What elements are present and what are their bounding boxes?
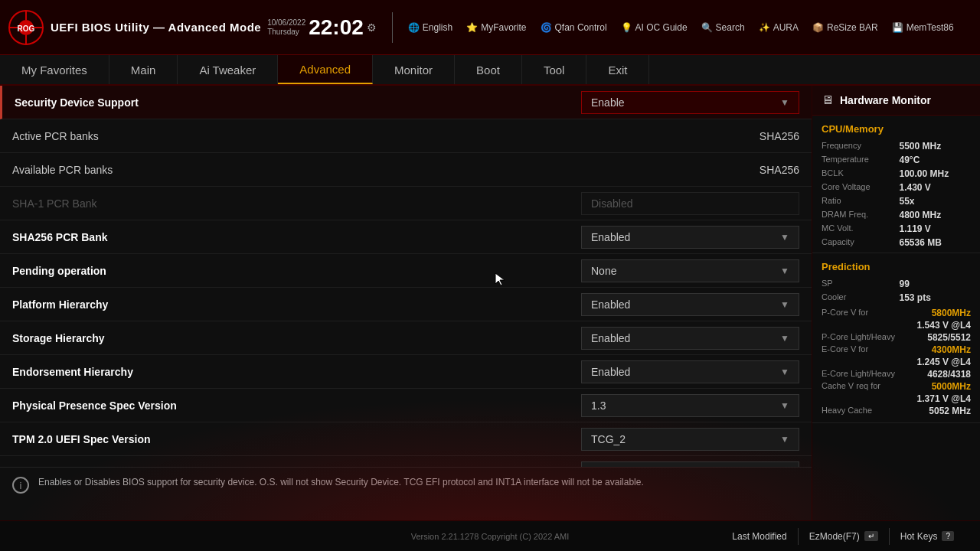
setting-dropdown-pending-operation[interactable]: None▼ [581, 259, 799, 282]
nav-aura[interactable]: ✨ AURA [753, 19, 805, 36]
setting-dropdown-security-device-support[interactable]: Enable▼ [581, 91, 799, 114]
hw-pred-row: 1.371 V @L4 [822, 393, 971, 404]
fan-icon: 🌀 [541, 22, 552, 33]
memtest-icon: 💾 [892, 22, 903, 33]
logo-area: ROG UEFI BIOS Utility — Advanced Mode [8, 9, 261, 46]
setting-dropdown-disable-block-sid[interactable]: Disabled▼ [581, 461, 799, 468]
dropdown-arrow: ▼ [780, 367, 789, 377]
last-modified-button[interactable]: Last Modified [721, 528, 798, 545]
nav-language[interactable]: 🌐 English [402, 19, 459, 36]
tab-monitor[interactable]: Monitor [373, 55, 455, 84]
hw-label: Cooler [822, 292, 893, 303]
hot-keys-key: ? [942, 531, 954, 541]
time-display: 22:02 [309, 17, 364, 38]
dropdown-arrow: ▼ [780, 232, 789, 243]
tab-advanced[interactable]: Advanced [278, 55, 373, 84]
hw-pred-row: P-Core Light/Heavy5825/5512 [822, 332, 971, 343]
hw-label: DRAM Freq. [822, 210, 893, 220]
dropdown-arrow: ▼ [780, 299, 789, 310]
setting-label-pending-operation: Pending operation [12, 265, 581, 277]
settings-row-endorsement-hierarchy[interactable]: Endorsement HierarchyEnabled▼ [0, 355, 812, 389]
datetime-area: 10/06/2022Thursday 22:02 ⚙ [267, 17, 377, 38]
hw-pred-row: Cache V req for5000MHz [822, 381, 971, 392]
tab-tool[interactable]: Tool [522, 55, 587, 84]
hw-value: 65536 MB [900, 237, 972, 248]
dropdown-arrow: ▼ [780, 97, 789, 108]
tab-boot[interactable]: Boot [455, 55, 522, 84]
nav-qfan[interactable]: 🌀 Qfan Control [534, 19, 613, 36]
hot-keys-button[interactable]: Hot Keys ? [890, 528, 965, 545]
info-text: Enables or Disables BIOS support for sec… [38, 475, 644, 489]
settings-row-disable-block-sid[interactable]: Disable Block SidDisabled▼ [0, 456, 812, 467]
header: ROG UEFI BIOS Utility — Advanced Mode 10… [0, 0, 980, 55]
nav-search[interactable]: 🔍 Search [695, 19, 751, 36]
settings-row-sha1-pcr-bank[interactable]: SHA-1 PCR BankDisabled [0, 187, 812, 220]
info-bar: i Enables or Disables BIOS support for s… [0, 467, 812, 520]
settings-row-pending-operation[interactable]: Pending operationNone▼ [0, 254, 812, 288]
tab-my-favorites[interactable]: My Favorites [0, 55, 109, 84]
settings-row-tpm-uefi-spec[interactable]: TPM 2.0 UEFI Spec VersionTCG_2▼ [0, 422, 812, 456]
hw-value: 49°C [900, 155, 972, 165]
nav-myfavorite[interactable]: ⭐ MyFavorite [460, 19, 532, 36]
star-icon: ⭐ [466, 22, 478, 33]
hw-prediction-title: Prediction [822, 261, 971, 272]
settings-row-platform-hierarchy[interactable]: Platform HierarchyEnabled▼ [0, 288, 812, 321]
setting-label-sha1-pcr-bank: SHA-1 PCR Bank [12, 197, 581, 210]
settings-row-available-pcr-banks[interactable]: Available PCR banksSHA256 [0, 153, 812, 187]
setting-dropdown-physical-presence-spec[interactable]: 1.3▼ [581, 394, 799, 417]
hw-section-prediction: PredictionSP99Cooler153 ptsP-Core V for5… [812, 253, 980, 423]
hw-label: MC Volt. [822, 223, 893, 234]
dropdown-arrow: ▼ [780, 266, 789, 276]
nav-oc-guide[interactable]: 💡 AI OC Guide [615, 19, 694, 36]
hw-label: Capacity [822, 237, 893, 248]
hw-label: BCLK [822, 168, 893, 179]
setting-dropdown-sha256-pcr-bank[interactable]: Enabled▼ [581, 226, 799, 249]
setting-label-physical-presence-spec: Physical Presence Spec Version [12, 399, 581, 412]
info-icon: i [12, 477, 29, 494]
settings-scroll[interactable]: Security Device SupportEnable▼Active PCR… [0, 86, 812, 467]
nav-resize-bar[interactable]: 📦 ReSize BAR [806, 19, 884, 36]
setting-dropdown-tpm-uefi-spec[interactable]: TCG_2▼ [581, 428, 799, 451]
hw-pred-row: 1.245 V @L4 [822, 357, 971, 367]
language-icon: 🌐 [408, 22, 420, 33]
setting-dropdown-platform-hierarchy[interactable]: Enabled▼ [581, 293, 799, 316]
hw-section-cpu-memory: CPU/MemoryFrequency5500 MHzTemperature49… [812, 116, 980, 253]
tab-main[interactable]: Main [109, 55, 178, 84]
hw-label: SP [822, 279, 893, 289]
setting-label-endorsement-hierarchy: Endorsement Hierarchy [12, 366, 581, 378]
hw-value: 153 pts [900, 292, 972, 303]
setting-dropdown-storage-hierarchy[interactable]: Enabled▼ [581, 327, 799, 350]
nav-memtest[interactable]: 💾 MemTest86 [886, 19, 960, 36]
settings-row-sha256-pcr-bank[interactable]: SHA256 PCR BankEnabled▼ [0, 220, 812, 254]
setting-label-platform-hierarchy: Platform Hierarchy [12, 298, 581, 311]
date-display: 10/06/2022Thursday [267, 18, 305, 37]
settings-icon[interactable]: ⚙ [367, 21, 377, 34]
svg-text:ROG: ROG [18, 24, 35, 33]
monitor-icon: 🖥 [822, 93, 834, 107]
header-nav: 🌐 English ⭐ MyFavorite 🌀 Qfan Control 💡 … [402, 19, 972, 36]
hw-sp-grid: SP99Cooler153 pts [822, 279, 971, 303]
footer-copyright: Version 2.21.1278 Copyright (C) 2022 AMI [411, 532, 570, 541]
setting-dropdown-endorsement-hierarchy[interactable]: Enabled▼ [581, 360, 799, 383]
ezmode-key: ↵ [864, 531, 878, 541]
settings-row-storage-hierarchy[interactable]: Storage HierarchyEnabled▼ [0, 321, 812, 355]
ezmode-button[interactable]: EzMode(F7) ↵ [799, 528, 890, 545]
dropdown-arrow: ▼ [780, 400, 789, 411]
tab-exit[interactable]: Exit [586, 55, 649, 84]
hw-label: Ratio [822, 196, 893, 207]
settings-row-active-pcr-banks[interactable]: Active PCR banksSHA256 [0, 119, 812, 153]
setting-value-available-pcr-banks: SHA256 [585, 164, 799, 176]
oc-icon: 💡 [621, 22, 632, 33]
hw-value: 1.430 V [900, 182, 972, 193]
hw-pred-row: 1.543 V @L4 [822, 320, 971, 331]
hw-pred-row: E-Core V for4300MHz [822, 344, 971, 355]
settings-row-security-device-support[interactable]: Security Device SupportEnable▼ [0, 86, 812, 119]
hw-pred-row: E-Core Light/Heavy4628/4318 [822, 369, 971, 380]
tab-ai-tweaker[interactable]: Ai Tweaker [178, 55, 278, 84]
footer: Version 2.21.1278 Copyright (C) 2022 AMI… [0, 520, 980, 551]
settings-panel: Security Device SupportEnable▼Active PCR… [0, 86, 812, 520]
dropdown-arrow: ▼ [780, 434, 789, 445]
dropdown-arrow: ▼ [780, 333, 789, 344]
settings-row-physical-presence-spec[interactable]: Physical Presence Spec Version1.3▼ [0, 389, 812, 422]
setting-label-storage-hierarchy: Storage Hierarchy [12, 332, 581, 344]
